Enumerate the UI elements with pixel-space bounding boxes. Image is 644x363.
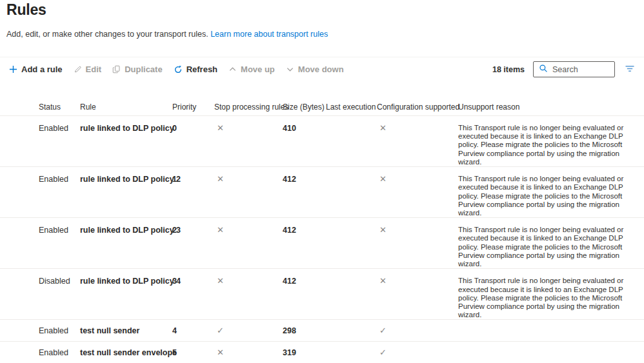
rule-name[interactable]: test null sender xyxy=(80,326,172,335)
check-icon: ✓ xyxy=(377,326,458,335)
unsupport-reason-text: This Transport rule is no longer being e… xyxy=(458,226,631,268)
plus-icon xyxy=(9,65,17,74)
priority-value: 5 xyxy=(172,348,214,357)
column-header-last-execution[interactable]: Last execution xyxy=(326,103,377,112)
priority-value: 0 xyxy=(172,124,214,133)
edit-button[interactable]: Edit xyxy=(74,64,102,74)
pencil-icon xyxy=(74,65,82,74)
size-value: 319 xyxy=(283,348,326,357)
column-header-size[interactable]: Size (Bytes) xyxy=(283,103,326,112)
column-header-status[interactable]: Status xyxy=(39,103,80,112)
duplicate-button[interactable]: Duplicate xyxy=(112,64,163,74)
chevron-down-icon xyxy=(286,65,294,74)
toolbar-right: 18 items xyxy=(492,61,636,77)
move-up-button[interactable]: Move up xyxy=(228,64,275,74)
table-row[interactable]: Enabled test null sender 4 ✓ 298 ✓ xyxy=(0,320,644,342)
table-header: Status Rule Priority Stop processing rul… xyxy=(0,98,644,116)
check-icon: ✓ xyxy=(214,326,283,335)
priority-value: 2 xyxy=(172,226,214,235)
move-down-button[interactable]: Move down xyxy=(286,64,344,74)
rule-name[interactable]: rule linked to DLP policy 4 xyxy=(80,277,172,286)
toolbar: Add a rule Edit Duplicate Refresh Move u… xyxy=(0,57,644,81)
refresh-icon xyxy=(174,65,183,74)
refresh-button[interactable]: Refresh xyxy=(174,64,217,74)
search-icon xyxy=(539,64,548,75)
x-mark-icon: ✕ xyxy=(377,124,458,132)
x-mark-icon: ✕ xyxy=(214,124,283,132)
column-header-rule[interactable]: Rule xyxy=(80,103,172,112)
rules-table: Status Rule Priority Stop processing rul… xyxy=(0,98,644,363)
status-value: Disabled xyxy=(39,277,80,286)
add-rule-button[interactable]: Add a rule xyxy=(9,64,63,74)
status-value: Enabled xyxy=(39,226,80,235)
status-value: Enabled xyxy=(39,124,80,133)
table-row[interactable]: Enabled rule linked to DLP policy 0 ✕ 41… xyxy=(0,116,644,167)
check-icon: ✓ xyxy=(377,348,458,357)
status-value: Enabled xyxy=(39,175,80,184)
search-box[interactable] xyxy=(533,61,615,77)
priority-value: 1 xyxy=(172,175,214,184)
rule-name[interactable]: rule linked to DLP policy xyxy=(80,124,172,133)
status-value: Enabled xyxy=(39,348,80,357)
size-value: 412 xyxy=(283,277,326,286)
column-header-unsupport-reason[interactable]: Unsupport reason xyxy=(458,103,638,112)
rule-name[interactable]: test null sender envelope xyxy=(80,348,172,357)
x-mark-icon: ✕ xyxy=(214,226,283,234)
size-value: 412 xyxy=(283,175,326,184)
table-row[interactable]: Enabled test null sender envelope 5 ✕ 31… xyxy=(0,342,644,363)
x-mark-icon: ✕ xyxy=(214,277,283,285)
learn-more-link[interactable]: Learn more about transport rules xyxy=(210,30,328,39)
x-mark-icon: ✕ xyxy=(377,277,458,285)
size-value: 410 xyxy=(283,124,326,133)
x-mark-icon: ✕ xyxy=(214,348,283,357)
search-input[interactable] xyxy=(552,65,609,74)
unsupport-reason-text: This Transport rule is no longer being e… xyxy=(458,124,631,166)
items-count: 18 items xyxy=(492,65,525,74)
unsupport-reason-text: This Transport rule is no longer being e… xyxy=(458,277,631,319)
x-mark-icon: ✕ xyxy=(377,226,458,234)
rule-name[interactable]: rule linked to DLP policy 2 xyxy=(80,175,172,184)
filter-icon[interactable] xyxy=(623,63,636,76)
unsupport-reason-text: This Transport rule is no longer being e… xyxy=(458,175,631,217)
page-title: Rules xyxy=(6,1,644,19)
x-mark-icon: ✕ xyxy=(214,175,283,183)
table-row[interactable]: Disabled rule linked to DLP policy 4 3 ✕… xyxy=(0,269,644,320)
toolbar-buttons: Add a rule Edit Duplicate Refresh Move u… xyxy=(9,64,344,74)
description-text: Add, edit, or make other changes to your… xyxy=(6,30,208,39)
x-mark-icon: ✕ xyxy=(377,175,458,183)
priority-value: 4 xyxy=(172,326,214,335)
table-body: Enabled rule linked to DLP policy 0 ✕ 41… xyxy=(0,116,644,363)
copy-icon xyxy=(112,65,121,74)
priority-value: 3 xyxy=(172,277,214,286)
size-value: 412 xyxy=(283,226,326,235)
table-row[interactable]: Enabled rule linked to DLP policy 2 1 ✕ … xyxy=(0,167,644,218)
column-header-stop-processing[interactable]: Stop processing rules xyxy=(214,103,283,112)
page-description: Add, edit, or make other changes to your… xyxy=(6,30,644,39)
rule-name[interactable]: rule linked to DLP policy 3 xyxy=(80,226,172,235)
table-row[interactable]: Enabled rule linked to DLP policy 3 2 ✕ … xyxy=(0,218,644,269)
column-header-priority[interactable]: Priority xyxy=(172,103,214,112)
status-value: Enabled xyxy=(39,326,80,335)
size-value: 298 xyxy=(283,326,326,335)
column-header-configuration-supported[interactable]: Configuration supported xyxy=(377,103,458,112)
chevron-up-icon xyxy=(228,65,237,74)
